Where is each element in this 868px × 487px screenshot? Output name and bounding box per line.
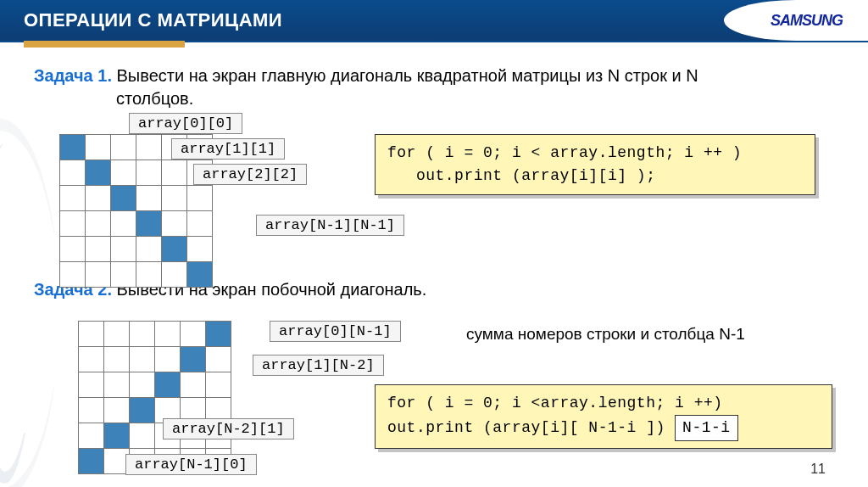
accent-block [24, 41, 185, 48]
header-bar: ОПЕРАЦИИ С МАТРИЦАМИ SAMSUNG [0, 0, 868, 41]
code-line: for ( i = 0; i <array.length; i ++) [387, 392, 820, 415]
callout-array-2-2: array[2][2] [193, 164, 307, 185]
callout-array-0-n1: array[0][N-1] [270, 321, 401, 342]
code-line: out.print (array[i][ N-1-i ]) N-1-i [387, 415, 820, 441]
callout-array-0-0: array[0][0] [129, 113, 242, 134]
code-line: out.print (array[i][i] ); [387, 165, 803, 188]
code-line: for ( i = 0; i < array.length; i ++ ) [387, 142, 803, 165]
task1-body: array[0][0] array[1][1] array[2][2] arra… [34, 117, 834, 274]
task1-label: Задача 1. [34, 66, 112, 85]
highlight-expression: N-1-i [675, 415, 738, 441]
task1-text: Вывести на экран главную диагональ квадр… [117, 66, 698, 85]
callout-array-1-n2: array[1][N-2] [253, 355, 384, 376]
slide-title: ОПЕРАЦИИ С МАТРИЦАМИ [24, 9, 282, 31]
code-block-task2: for ( i = 0; i <array.length; i ++) out.… [375, 384, 832, 449]
slide-content: Задача 1. Вывести на экран главную диаго… [0, 41, 868, 487]
matrix-grid-secondary [78, 321, 231, 474]
samsung-logo: SAMSUNG [771, 12, 843, 30]
page-number: 11 [810, 462, 826, 477]
callout-array-n1-n1: array[N-1][N-1] [256, 215, 404, 236]
callout-array-n1-0: array[N-1][0] [125, 454, 257, 475]
task1-text-line2: столбцов. [34, 89, 834, 109]
code-block-task1: for ( i = 0; i < array.length; i ++ ) ou… [375, 134, 815, 195]
logo-container: SAMSUNG [724, 0, 868, 41]
task1-line: Задача 1. Вывести на экран главную диаго… [34, 64, 834, 87]
callout-array-1-1: array[1][1] [171, 138, 285, 160]
sum-index-note: сумма номеров строки и столбца N-1 [466, 325, 745, 344]
callout-array-n2-1: array[N-2][1] [163, 418, 294, 439]
task2-body: array[0][N-1] array[1][N-2] array[N-2][1… [34, 316, 834, 486]
